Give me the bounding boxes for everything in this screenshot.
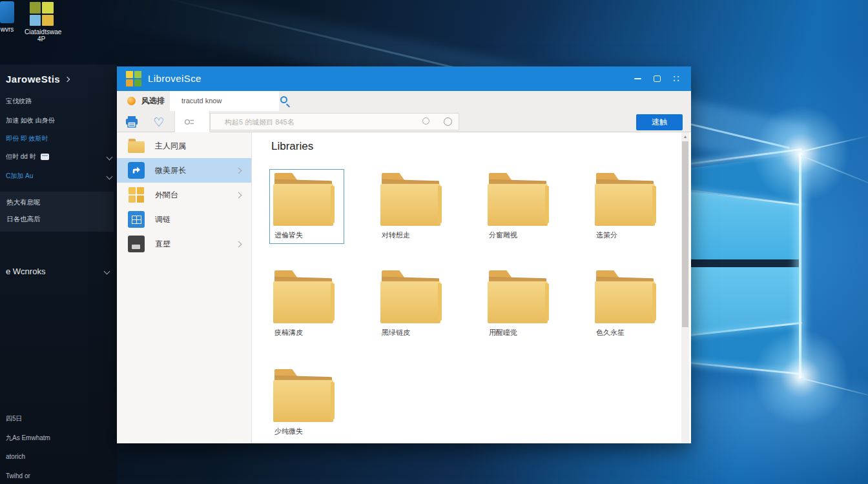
panel-bottom-item[interactable]: atorich — [6, 453, 25, 460]
logo-vertical-edge — [799, 154, 801, 379]
sidebar-item-label: 直壁 — [155, 239, 170, 250]
folder-item[interactable]: 黑绿链皮 — [377, 267, 451, 341]
app-icon — [0, 1, 14, 23]
explorer-window: LibroveiSce ∷ 风选排 tracutd know — [117, 66, 691, 443]
desktop: wvrs Ciataidtswae 4P JaroweStis 宝伐纹路 加速 … — [0, 0, 868, 484]
sidebar-item-table[interactable]: 调链 — [117, 207, 251, 232]
folder-item[interactable]: 对转想走 — [377, 169, 451, 244]
folder-label: 分窗雕视 — [488, 230, 555, 240]
favorites-heart-icon[interactable]: ♡ — [150, 114, 167, 130]
folder-item[interactable]: 疫楠溝皮 — [269, 267, 344, 341]
panel-mid-item[interactable]: 日各也高后 — [6, 215, 41, 224]
app-logo-icon — [126, 71, 141, 86]
chevron-right-icon — [65, 76, 70, 81]
folder-icon — [128, 137, 145, 154]
folder-icon — [595, 173, 656, 226]
active-tab[interactable]: tracutd know — [170, 91, 279, 111]
desktop-icon-label: Ciataidtswae — [25, 28, 58, 35]
windows-panes-icon — [30, 2, 54, 26]
sidebar-item-apps[interactable]: 外闇台 — [117, 183, 251, 207]
device-icon — [128, 236, 145, 252]
panel-network-row[interactable]: e Wcnroks — [6, 265, 109, 277]
windows-logo-crossbar — [672, 259, 801, 267]
light-beam — [801, 135, 868, 152]
desktop-icon-2[interactable]: Ciataidtswae 4P — [25, 2, 58, 43]
folder-item[interactable]: 进倫皆失 — [269, 169, 344, 244]
folder-label: 选策分 — [595, 230, 662, 240]
window-title: LibroveiSce — [148, 66, 202, 91]
vertical-scrollbar[interactable]: ▴ — [681, 132, 689, 443]
badge-icon — [183, 117, 195, 127]
panel-bottom-item[interactable]: 四5日 — [6, 414, 23, 423]
panel-item[interactable]: 但时 dd 时 — [6, 151, 112, 163]
panel-header[interactable]: JaroweStis — [6, 74, 69, 85]
panel-item-label: C加加 Au — [6, 172, 33, 181]
desktop-icon-label: wvrs — [0, 26, 18, 33]
sidebar-item-label: 主人同属 — [155, 141, 186, 152]
page-title: Libraries — [271, 140, 313, 153]
windows-logo-upper-pane — [672, 154, 801, 259]
table-icon — [128, 211, 145, 228]
folder-item[interactable]: 分窗雕视 — [484, 169, 559, 244]
action-button[interactable]: 速触 — [636, 114, 683, 130]
share-arrow-icon — [128, 162, 145, 179]
maximize-button[interactable] — [647, 66, 666, 91]
panel-header-label: JaroweStis — [6, 74, 60, 85]
chevron-right-icon[interactable] — [236, 192, 242, 198]
light-beam — [801, 155, 868, 192]
folder-label: 少纯微失 — [273, 427, 340, 436]
folder-item[interactable]: 少纯微失 — [269, 365, 344, 440]
tab-label: tracutd know — [181, 91, 222, 111]
tiles-icon — [128, 187, 145, 203]
chevron-down-icon[interactable] — [107, 173, 113, 179]
chevron-right-icon[interactable] — [236, 241, 242, 247]
panel-mid-item[interactable]: 热大有息呢 — [6, 198, 41, 207]
folder-label: 对转想走 — [380, 230, 448, 240]
panel-highlight-box: 热大有息呢 日各也高后 — [0, 192, 114, 232]
status-circle-icon[interactable] — [422, 117, 429, 125]
scroll-up-icon[interactable]: ▴ — [681, 134, 689, 139]
folder-label: 色久永笙 — [595, 328, 662, 338]
folder-label: 进倫皆失 — [273, 230, 340, 240]
desktop-icon-1[interactable]: wvrs — [0, 1, 18, 33]
panel-item-link[interactable]: 即份 即 效斯时 — [6, 133, 112, 145]
folder-item[interactable]: 色久永笙 — [591, 267, 666, 341]
panel-item-label: 但时 dd 时 — [6, 152, 36, 161]
light-beam — [801, 378, 868, 399]
folder-label: 疫楠溝皮 — [273, 328, 340, 338]
tab-strip: 风选排 tracutd know — [117, 91, 691, 111]
chevron-down-icon[interactable] — [107, 154, 113, 160]
sidebar-item-label: 外闇台 — [155, 190, 178, 201]
search-icon[interactable] — [280, 96, 287, 103]
panel-bottom-item[interactable]: 九As Emwhatm — [6, 434, 50, 443]
chevron-right-icon[interactable] — [236, 167, 242, 174]
start-panel: JaroweStis 宝伐纹路 加速 如收 由身份 即份 即 效斯时 但时 dd… — [0, 65, 117, 484]
panel-item[interactable]: 宝伐纹路 — [6, 96, 112, 107]
address-box[interactable] — [174, 111, 210, 132]
sidebar-item-devices[interactable]: 直壁 — [117, 232, 251, 256]
titlebar[interactable]: LibroveiSce ∷ — [117, 66, 691, 91]
sidebar-item-libraries[interactable]: 微美屏长 — [117, 158, 251, 183]
scrollbar-thumb[interactable] — [682, 141, 688, 327]
folder-label: 用醒瞳觉 — [488, 328, 555, 338]
folder-item[interactable]: 选策分 — [591, 169, 666, 244]
folder-icon — [273, 173, 335, 226]
minimize-button[interactable] — [628, 66, 647, 91]
folder-icon — [273, 369, 335, 422]
printer-icon[interactable] — [123, 114, 140, 130]
toolbar: ♡ 速触 — [117, 111, 691, 132]
sidebar-item-personal[interactable]: 主人同属 — [117, 134, 251, 158]
panel-item[interactable]: 加速 如收 由身份 — [6, 115, 112, 126]
folder-label: 黑绿链皮 — [380, 328, 448, 338]
sidebar-item-label: 微美屏长 — [155, 165, 186, 176]
status-circle-icon[interactable] — [444, 117, 452, 126]
folder-item[interactable]: 用醒瞳觉 — [484, 267, 559, 341]
close-button[interactable]: ∷ — [666, 66, 686, 91]
panel-item-link[interactable]: C加加 Au — [6, 170, 112, 182]
panel-item-label: 宝伐纹路 — [6, 97, 32, 106]
menu-label[interactable]: 风选排 — [141, 91, 165, 111]
explorer-sidebar: 主人同属 微美屏长 外闇台 — [117, 132, 252, 443]
folder-view: Libraries 进倫皆失 对转想走 分窗雕视 选策分 — [252, 132, 691, 443]
panel-bottom-item[interactable]: Twihd or — [6, 472, 30, 479]
chevron-down-icon[interactable] — [104, 268, 110, 274]
